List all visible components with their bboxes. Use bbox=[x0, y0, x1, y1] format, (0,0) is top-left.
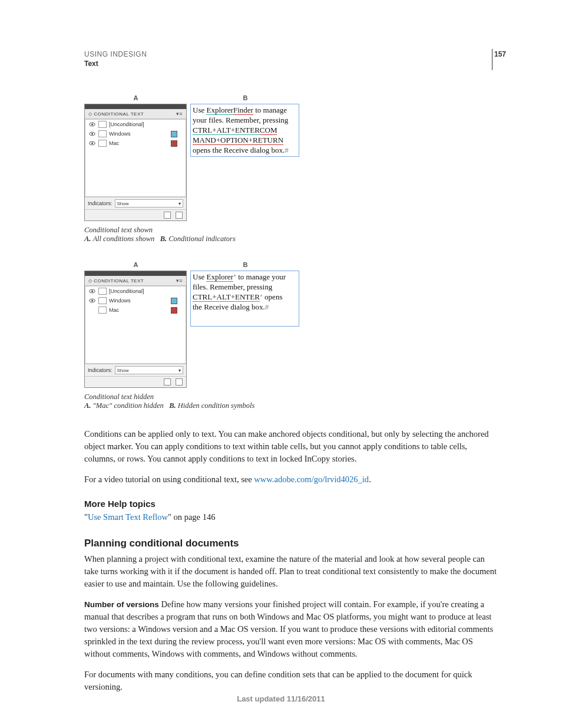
panel-menu-icon[interactable]: ▾≡ bbox=[176, 278, 183, 284]
svg-point-1 bbox=[91, 124, 93, 126]
figure1-labels: A B bbox=[84, 94, 500, 101]
apply-checkbox[interactable] bbox=[98, 288, 107, 295]
condition-swatch bbox=[171, 307, 177, 314]
delete-condition-icon[interactable] bbox=[176, 212, 183, 219]
indicators-dropdown[interactable]: Show ▾ bbox=[115, 199, 183, 207]
body-paragraph: For documents with many conditions, you … bbox=[84, 668, 500, 693]
condition-name: [Unconditional] bbox=[109, 288, 183, 294]
caption-a-text: "Mac" condition hidden bbox=[93, 401, 164, 410]
panel-tab-label: ◇ CONDITIONAL TEXT bbox=[88, 278, 144, 284]
visibility-eye-icon[interactable] bbox=[88, 140, 96, 146]
condition-swatch bbox=[171, 140, 177, 147]
t: to manage bbox=[253, 106, 287, 114]
figure2-label-a: A bbox=[84, 261, 187, 268]
apply-checkbox[interactable] bbox=[98, 297, 107, 304]
visibility-hidden-icon[interactable] bbox=[88, 307, 96, 313]
condition-row-windows[interactable]: Windows bbox=[85, 296, 186, 305]
page-number-rule bbox=[492, 49, 492, 70]
figure1-caption: Conditional text shown A. All conditions… bbox=[84, 226, 500, 243]
visibility-eye-icon[interactable] bbox=[88, 298, 96, 304]
caption-a-label: A. bbox=[84, 401, 91, 410]
text-frame-hidden: Use Explorer˄ to manage your files. Reme… bbox=[190, 271, 299, 327]
indicators-label: Indicators: bbox=[88, 367, 113, 373]
panel-bottom-icons bbox=[85, 209, 186, 220]
body-paragraph: Conditions can be applied only to text. … bbox=[84, 428, 500, 465]
t: For a video tutorial on using conditiona… bbox=[84, 475, 254, 484]
visibility-eye-icon[interactable] bbox=[88, 288, 96, 294]
svg-point-7 bbox=[91, 291, 93, 292]
condition-row-windows[interactable]: Windows bbox=[85, 129, 186, 139]
condition-row-unconditional[interactable]: [Unconditional] bbox=[85, 120, 186, 129]
page-number: 157 bbox=[494, 50, 506, 58]
panel-tab[interactable]: ◇ CONDITIONAL TEXT ▾≡ bbox=[85, 109, 186, 119]
running-head: USING INDESIGN Text bbox=[84, 50, 506, 68]
visibility-eye-icon[interactable] bbox=[88, 131, 96, 137]
condition-row-mac[interactable]: Mac bbox=[85, 139, 186, 148]
apply-checkbox[interactable] bbox=[98, 130, 107, 137]
panel-tab[interactable]: ◇ CONDITIONAL TEXT ▾≡ bbox=[85, 276, 186, 286]
condition-list: [Unconditional] Windows Mac bbox=[85, 119, 186, 197]
condition-row-unconditional[interactable]: [Unconditional] bbox=[85, 286, 186, 296]
windows-text: Explorer bbox=[206, 106, 233, 115]
video-tutorial-link[interactable]: www.adobe.com/go/lrvid4026_id bbox=[254, 475, 369, 484]
delete-condition-icon[interactable] bbox=[176, 378, 183, 386]
panel-titlebar bbox=[85, 271, 186, 276]
end-of-story-icon: # bbox=[265, 302, 269, 311]
dropdown-arrow-icon: ▾ bbox=[178, 201, 181, 206]
apply-checkbox[interactable] bbox=[98, 307, 107, 314]
figure2-labels: A B bbox=[84, 261, 500, 268]
indicators-value: Show bbox=[117, 201, 129, 206]
windows-text: CTRL+ALT+ENTER bbox=[193, 292, 260, 302]
help-topic-line: "Use Smart Text Reflow" on page 146 bbox=[84, 511, 500, 523]
doc-title: USING INDESIGN bbox=[84, 50, 506, 58]
figure2-caption: Conditional text hidden A. "Mac" conditi… bbox=[84, 393, 500, 410]
panel-indicators-row: Indicators: Show ▾ bbox=[85, 197, 186, 209]
figure2-label-b: B bbox=[191, 261, 300, 268]
end-of-story-icon: # bbox=[285, 146, 289, 154]
t: files. Remember, pressing bbox=[193, 282, 272, 291]
caption-a-label: A. bbox=[84, 235, 91, 243]
panel-tab-label: ◇ CONDITIONAL TEXT bbox=[88, 111, 144, 117]
text-frame-all-shown: Use ExplorerFinder to manage your files.… bbox=[190, 104, 299, 157]
svg-point-3 bbox=[91, 133, 93, 135]
panel-menu-icon[interactable]: ▾≡ bbox=[176, 111, 183, 117]
t: . bbox=[369, 475, 371, 484]
mac-text: MAND+OPTION+RETURN bbox=[193, 136, 283, 145]
caption-b-text: Conditional indicators bbox=[168, 235, 236, 243]
svg-point-9 bbox=[91, 300, 93, 302]
indicators-label: Indicators: bbox=[88, 200, 113, 206]
figure-conditional-text-shown: A B ◇ CONDITIONAL TEXT ▾≡ [Uncondit bbox=[84, 94, 500, 243]
t: opens the Receive dialog box. bbox=[193, 146, 285, 154]
apply-checkbox[interactable] bbox=[98, 140, 107, 147]
figure1-label-a: A bbox=[84, 94, 187, 101]
mac-text: Finder bbox=[233, 106, 253, 115]
visibility-eye-icon[interactable] bbox=[88, 121, 96, 127]
apply-checkbox[interactable] bbox=[98, 121, 107, 128]
figure1-label-b: B bbox=[191, 94, 300, 101]
panel-indicators-row: Indicators: Show ▾ bbox=[85, 364, 186, 376]
condition-swatch bbox=[171, 298, 177, 304]
new-condition-set-icon[interactable] bbox=[164, 212, 171, 219]
t: Use bbox=[193, 272, 206, 281]
conditional-text-panel: ◇ CONDITIONAL TEXT ▾≡ [Unconditional] W bbox=[84, 271, 187, 388]
page: USING INDESIGN Text 157 A B ◇ CONDITIONA… bbox=[0, 0, 562, 728]
new-condition-set-icon[interactable] bbox=[164, 378, 171, 386]
condition-row-mac[interactable]: Mac bbox=[85, 305, 186, 315]
content: A B ◇ CONDITIONAL TEXT ▾≡ [Uncondit bbox=[84, 94, 500, 693]
runin-heading: Number of versions bbox=[84, 600, 159, 609]
condition-name: Windows bbox=[109, 131, 171, 137]
t: to manage your bbox=[236, 272, 286, 281]
smart-text-reflow-link[interactable]: Use Smart Text Reflow bbox=[88, 512, 168, 522]
caption-title: Conditional text shown bbox=[84, 226, 500, 235]
dropdown-arrow-icon: ▾ bbox=[178, 368, 181, 373]
caption-b-label: B. bbox=[169, 401, 176, 410]
condition-name: Mac bbox=[109, 140, 171, 146]
condition-name: [Unconditional] bbox=[109, 121, 183, 127]
indicators-dropdown[interactable]: Show ▾ bbox=[115, 366, 183, 374]
more-help-heading: More Help topics bbox=[84, 499, 500, 509]
figure2-row: ◇ CONDITIONAL TEXT ▾≡ [Unconditional] W bbox=[84, 271, 500, 388]
conditional-text-panel: ◇ CONDITIONAL TEXT ▾≡ [Unconditional] W bbox=[84, 104, 187, 221]
t: your files. Remember, pressing bbox=[193, 116, 288, 124]
condition-swatch bbox=[171, 131, 177, 137]
windows-text: CTRL+ALT+ENTER bbox=[193, 126, 260, 135]
